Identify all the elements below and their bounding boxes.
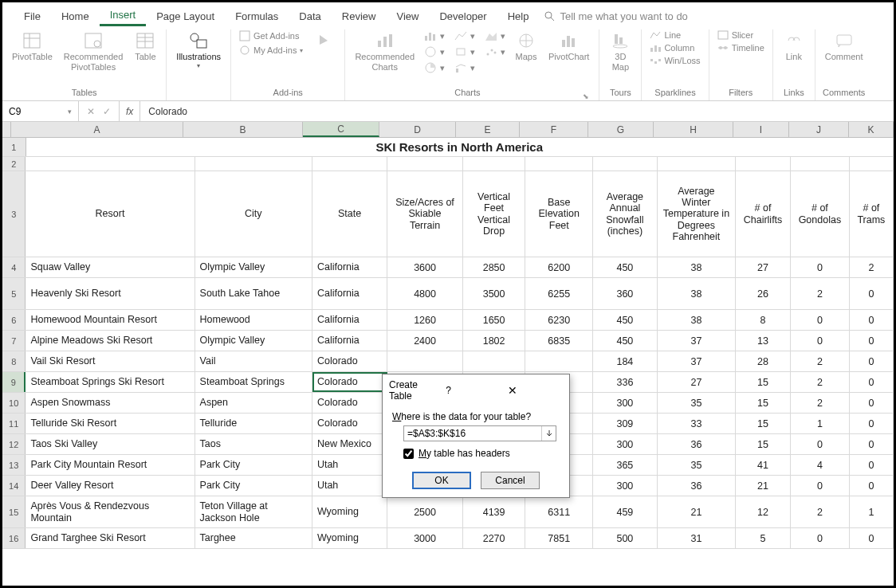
cell[interactable]: 0 <box>850 278 894 309</box>
dialog-close-button[interactable]: ✕ <box>503 384 563 397</box>
cell[interactable]: Utah <box>312 455 387 475</box>
link-button[interactable]: Link <box>780 29 808 64</box>
cell[interactable]: 31 <box>658 528 736 548</box>
col-header-F[interactable]: F <box>520 122 588 137</box>
cell[interactable]: 0 <box>850 476 894 496</box>
cell[interactable]: 4 <box>791 455 850 475</box>
cell[interactable]: Resort <box>26 171 195 257</box>
cell[interactable]: Vail Ski Resort <box>26 351 195 371</box>
col-header-D[interactable]: D <box>379 122 456 137</box>
row-header-1[interactable]: 1 <box>2 138 26 156</box>
chart-stat-button[interactable]: ▾ <box>453 45 477 58</box>
cell[interactable]: 2 <box>791 278 850 309</box>
row-header-2[interactable]: 2 <box>2 157 26 171</box>
chart-pie-button[interactable]: ▾ <box>422 61 446 74</box>
recommended-pivottables-button[interactable]: Recommended PivotTables <box>61 29 127 74</box>
cell[interactable]: 33 <box>658 414 736 433</box>
cancel-button[interactable]: Cancel <box>481 472 540 489</box>
cell[interactable]: 2 <box>791 393 850 413</box>
cell[interactable]: Olympic Valley <box>195 257 312 277</box>
row-header-7[interactable]: 7 <box>2 331 26 351</box>
cell[interactable]: 450 <box>593 257 658 277</box>
cell[interactable]: 2 <box>791 496 850 527</box>
cell[interactable]: 2 <box>791 372 850 392</box>
cell[interactable] <box>791 157 850 171</box>
col-header-K[interactable]: K <box>849 122 894 137</box>
menu-developer[interactable]: Developer <box>429 7 497 25</box>
pivottable-button[interactable]: PivotTable <box>9 29 56 64</box>
cell[interactable]: 6230 <box>525 310 593 330</box>
menu-formulas[interactable]: Formulas <box>225 7 289 25</box>
chart-line-button[interactable]: ▾ <box>453 29 477 42</box>
cell[interactable]: # of Chairlifts <box>736 171 791 257</box>
cell[interactable]: 0 <box>850 455 894 475</box>
cell[interactable]: # of Gondolas <box>791 171 850 257</box>
cell[interactable]: 37 <box>658 351 736 371</box>
cell[interactable]: South Lake Tahoe <box>195 278 312 309</box>
cell[interactable]: 0 <box>791 310 850 330</box>
row-header-11[interactable]: 11 <box>2 414 26 433</box>
recommended-charts-button[interactable]: Recommended Charts <box>352 29 418 74</box>
cell[interactable]: Vail <box>195 351 312 371</box>
cell[interactable]: 300 <box>593 476 658 496</box>
cell[interactable]: Olympic Valley <box>195 331 312 351</box>
cell[interactable]: 365 <box>593 455 658 475</box>
row-header-3[interactable]: 3 <box>2 171 26 257</box>
cell[interactable]: 21 <box>658 496 736 527</box>
charts-dialog-launcher[interactable]: ⬊ <box>583 92 592 100</box>
row-header-5[interactable]: 5 <box>2 278 26 309</box>
menu-file[interactable]: File <box>14 7 51 25</box>
cell[interactable]: 8 <box>736 310 791 330</box>
menu-help[interactable]: Help <box>497 7 540 25</box>
cell[interactable] <box>525 351 593 371</box>
cell[interactable]: 36 <box>658 434 736 454</box>
get-addins-button[interactable]: Get Add-ins <box>238 29 305 42</box>
cell[interactable]: 1260 <box>387 310 462 330</box>
cell[interactable]: 3500 <box>463 278 526 309</box>
cell[interactable]: Park City Mountain Resort <box>26 455 195 475</box>
sparkline-column-button[interactable]: Column <box>648 42 701 53</box>
cell[interactable]: 1650 <box>463 310 526 330</box>
row-header-6[interactable]: 6 <box>2 310 26 330</box>
cell[interactable]: 38 <box>658 278 736 309</box>
row-header-9[interactable]: 9 <box>2 372 26 392</box>
col-header-I[interactable]: I <box>733 122 789 137</box>
col-header-B[interactable]: B <box>183 122 303 137</box>
select-all-corner[interactable] <box>2 122 11 137</box>
cell[interactable]: 0 <box>850 331 894 351</box>
cell[interactable] <box>593 157 658 171</box>
cell[interactable] <box>26 157 195 171</box>
cell[interactable]: Size/Acres of Skiable Terrain <box>387 171 462 257</box>
chart-combo-button[interactable]: ▾ <box>453 61 477 74</box>
cell[interactable]: California <box>312 257 387 277</box>
ok-button[interactable]: OK <box>412 472 471 489</box>
cell[interactable] <box>387 157 462 171</box>
cell[interactable]: 3600 <box>387 257 462 277</box>
illustrations-button[interactable]: Illustrations ▾ <box>173 29 224 72</box>
cell[interactable]: Steamboat Springs <box>195 372 312 392</box>
cell[interactable] <box>312 157 387 171</box>
cell[interactable]: 7851 <box>525 528 593 548</box>
cell[interactable]: 6255 <box>525 278 593 309</box>
cell[interactable]: 450 <box>593 331 658 351</box>
cell[interactable]: 38 <box>658 310 736 330</box>
headers-checkbox[interactable] <box>403 449 414 459</box>
cell[interactable] <box>463 351 526 371</box>
name-box[interactable]: C9▾ <box>2 101 79 121</box>
cell[interactable]: 2 <box>791 351 850 371</box>
cell[interactable]: 27 <box>736 257 791 277</box>
cell[interactable]: 37 <box>658 331 736 351</box>
cell[interactable]: 41 <box>736 455 791 475</box>
headers-checkbox-label[interactable]: My table has headers <box>403 448 560 459</box>
cell[interactable]: Taos Ski Valley <box>26 434 195 454</box>
cell[interactable]: 2270 <box>463 528 526 548</box>
cell[interactable]: Heavenly Ski Resort <box>26 278 195 309</box>
cell[interactable]: 184 <box>593 351 658 371</box>
range-picker-button[interactable] <box>541 426 556 441</box>
cell[interactable]: 300 <box>593 434 658 454</box>
cell[interactable]: 459 <box>593 496 658 527</box>
cell[interactable]: 0 <box>791 434 850 454</box>
cell[interactable]: 35 <box>658 393 736 413</box>
cell[interactable]: Aspen <box>195 393 312 413</box>
cell[interactable]: Grand Targhee Ski Resort <box>26 528 195 548</box>
